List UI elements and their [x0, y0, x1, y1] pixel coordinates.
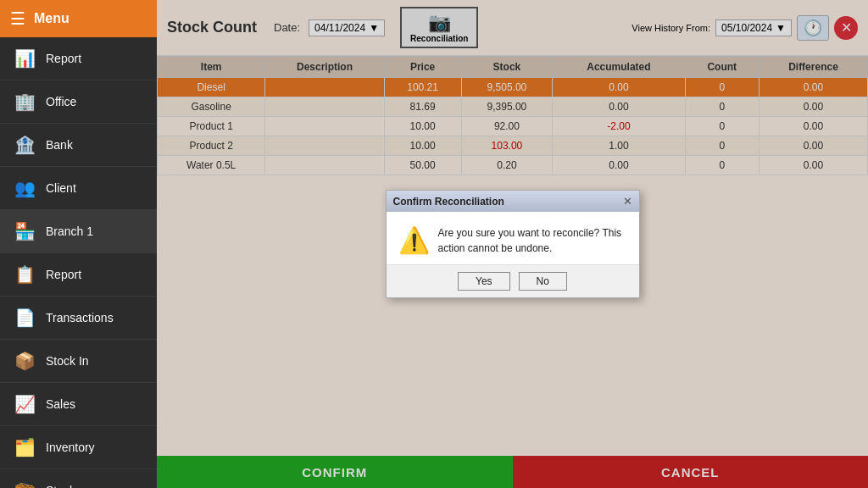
inventory-icon: 🗂️ [12, 435, 37, 460]
modal-yes-button[interactable]: Yes [458, 272, 510, 291]
sidebar-item-label: Stock [46, 484, 75, 488]
stock-icon: 🏗️ [12, 478, 37, 488]
sidebar-item-sales[interactable]: 📈 Sales [0, 383, 157, 426]
main-content: Stock Count Date: 04/11/2024 ▼ 📷 Reconci… [157, 0, 868, 488]
sidebar-item-label: Inventory [46, 441, 95, 454]
branch-icon: 🏪 [12, 219, 37, 244]
modal-close-button[interactable]: ✕ [623, 195, 632, 208]
modal-body: ⚠️ Are you sure you want to reconcile? T… [387, 212, 639, 264]
sidebar-item-bank[interactable]: 🏦 Bank [0, 124, 157, 167]
stock-in-icon: 📦 [12, 348, 37, 374]
sidebar-item-branch1[interactable]: 🏪 Branch 1 [0, 210, 157, 253]
sidebar-item-client[interactable]: 👥 Client [0, 167, 157, 210]
sidebar-item-label: Office [46, 95, 76, 108]
sidebar-item-label: Bank [46, 138, 73, 152]
sidebar-item-stock[interactable]: 🏗️ Stock [0, 469, 157, 488]
modal-overlay: Confirm Reconciliation ✕ ⚠️ Are you sure… [157, 0, 868, 488]
office-icon: 🏢 [12, 89, 37, 114]
warning-icon: ⚠️ [398, 225, 430, 255]
sidebar-item-inventory[interactable]: 🗂️ Inventory [0, 426, 157, 469]
client-icon: 👥 [12, 175, 37, 201]
modal-message: Are you sure you want to reconcile? This… [438, 225, 627, 256]
modal-footer: Yes No [387, 264, 639, 297]
modal-title: Confirm Reconciliation [393, 196, 504, 208]
sidebar-item-stock-in[interactable]: 📦 Stock In [0, 340, 157, 383]
sidebar-item-label: Branch 1 [46, 225, 93, 238]
hamburger-icon: ☰ [10, 8, 25, 29]
sidebar-item-label: Transactions [46, 311, 114, 324]
sidebar-item-label: Report [46, 268, 81, 281]
report-icon: 📋 [12, 262, 37, 287]
bank-icon: 🏦 [12, 132, 37, 158]
sidebar-menu-label: Menu [34, 11, 70, 26]
sidebar-item-label: Stock In [46, 354, 89, 368]
modal-titlebar: Confirm Reconciliation ✕ [387, 191, 639, 212]
sidebar-item-transactions[interactable]: 📄 Transactions [0, 297, 157, 340]
sales-icon: 📈 [12, 391, 37, 417]
sidebar-item-label: Sales [46, 397, 75, 411]
sidebar-item-office[interactable]: 🏢 Office [0, 80, 157, 124]
modal-no-button[interactable]: No [519, 272, 567, 291]
sidebar-item-report[interactable]: 📋 Report [0, 253, 157, 297]
sidebar-item-label: Report [46, 52, 81, 65]
sidebar: ☰ Menu 📊 Report 🏢 Office 🏦 Bank 👥 Client… [0, 0, 157, 488]
sidebar-header[interactable]: ☰ Menu [0, 0, 157, 37]
report-top-icon: 📊 [12, 46, 37, 71]
transactions-icon: 📄 [12, 305, 37, 330]
sidebar-item-report-top[interactable]: 📊 Report [0, 37, 157, 80]
confirm-modal: Confirm Reconciliation ✕ ⚠️ Are you sure… [386, 190, 640, 298]
sidebar-item-label: Client [46, 181, 76, 195]
